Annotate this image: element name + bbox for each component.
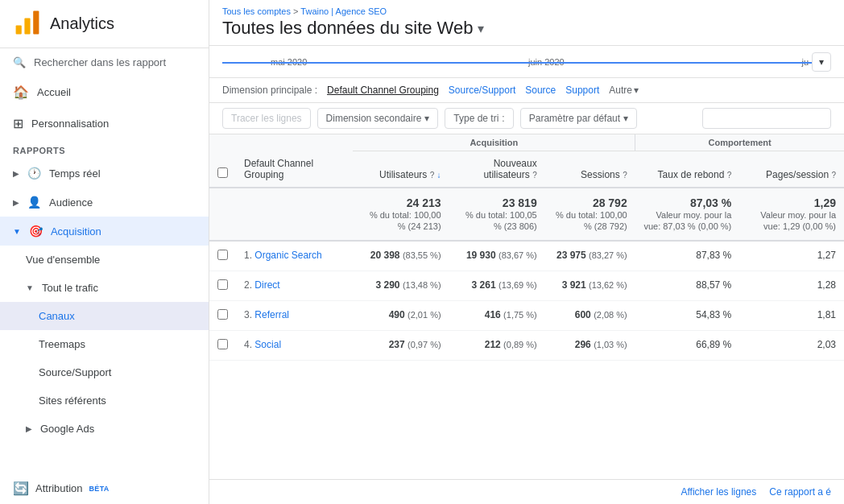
parametre-arrow: ▾ <box>623 113 628 124</box>
dimension-link-source[interactable]: Source <box>525 85 556 96</box>
sidebar-item-source-support[interactable]: Source/Support <box>0 358 209 386</box>
row4-sessions: 296 (1,03 %) <box>545 331 635 361</box>
sidebar-item-sites-referents[interactable]: Sites référents <box>0 386 209 415</box>
help-icon-nouveaux: ? <box>532 171 537 180</box>
date-dropdown-button[interactable]: ▾ <box>812 52 831 72</box>
svg-rect-1 <box>24 19 30 35</box>
vue-densemble-label: Vue d'ensemble <box>26 254 100 266</box>
rapport-info-link[interactable]: Ce rapport a é <box>769 486 831 498</box>
tracer-lignes-button[interactable]: Tracer les lignes <box>222 108 311 129</box>
sidebar-item-accueil[interactable]: 🏠 Accueil <box>0 76 209 108</box>
table-search-input[interactable] <box>702 108 831 129</box>
canaux-label: Canaux <box>39 310 75 322</box>
data-table-container: Default Channel Grouping Acquisition Com… <box>209 134 844 479</box>
autre-arrow-icon: ▾ <box>634 85 639 96</box>
help-icon-sessions: ? <box>623 171 627 180</box>
grid-icon: ⊞ <box>13 116 23 131</box>
arrow-right-icon3: ▶ <box>26 424 32 433</box>
th-channel: Default Channel Grouping <box>236 134 353 188</box>
search-icon: 🔍 <box>13 56 26 68</box>
audience-label: Audience <box>49 196 93 209</box>
row2-pages-session: 1,28 <box>739 271 844 301</box>
row2-sessions: 3 921 (13,62 %) <box>545 271 635 301</box>
svg-rect-2 <box>33 11 39 35</box>
attribution-label: Attribution <box>35 482 83 494</box>
row3-checkbox[interactable] <box>217 309 228 320</box>
row1-pages-session: 1,27 <box>739 241 844 271</box>
parametre-label: Paramètre par défaut <box>529 113 620 124</box>
table-row: 4. Social 237 (0,97 %) 212 (0,89 %) 296 … <box>209 331 844 361</box>
temps-reel-label: Temps réel <box>49 167 101 180</box>
top-bar: Tous les comptes > Twaino | Agence SEO T… <box>209 0 844 46</box>
date-bar: mai 2020 juin 2020 ju ▾ <box>209 46 844 78</box>
sidebar-item-audience[interactable]: ▶ 👤 Audience <box>0 188 209 217</box>
analytics-logo-icon <box>13 8 42 39</box>
type-tri-label: Type de tri <box>453 113 499 124</box>
sidebar-item-temps-reel[interactable]: ▶ 🕐 Temps réel <box>0 159 209 188</box>
sidebar-item-google-ads[interactable]: ▶ Google Ads <box>0 415 209 443</box>
search-bar[interactable]: 🔍 Rechercher dans les rapport <box>0 48 209 76</box>
sidebar-item-treemaps[interactable]: Treemaps <box>0 330 209 358</box>
sort-icon-utilisateurs[interactable]: ↓ <box>437 171 441 180</box>
row1-sessions: 23 975 (83,27 %) <box>545 241 635 271</box>
attribution-cycle-icon: 🔄 <box>13 481 29 496</box>
beta-badge: BÉTA <box>89 485 110 493</box>
source-support-label: Source/Support <box>39 366 111 378</box>
sidebar-item-tout-le-trafic[interactable]: ▼ Tout le trafic <box>0 274 209 302</box>
afficher-lignes-link[interactable]: Afficher les lignes <box>681 486 756 498</box>
arrow-right-icon: ▶ <box>13 169 19 178</box>
app-title: Analytics <box>50 14 114 33</box>
row4-nouveaux: 212 (0,89 %) <box>449 331 545 361</box>
autre-label: Autre <box>609 85 632 96</box>
page-title-text: Toutes les données du site Web <box>222 18 473 39</box>
th-sessions: Sessions ? <box>545 151 635 188</box>
help-icon-taux: ? <box>727 171 732 180</box>
dimension-link-source-support[interactable]: Source/Support <box>449 85 515 96</box>
th-checkbox <box>209 134 236 188</box>
row3-utilisateurs: 490 (2,01 %) <box>353 301 449 331</box>
row4-taux-rebond: 66,89 % <box>635 331 740 361</box>
help-icon-pages: ? <box>831 171 836 180</box>
row4-pages-session: 2,03 <box>739 331 844 361</box>
controls-bar: Tracer les lignes Dimension secondaire ▾… <box>209 103 844 134</box>
sidebar-item-vue-densemble[interactable]: Vue d'ensemble <box>0 246 209 274</box>
sidebar-item-personnalisation[interactable]: ⊞ Personnalisation <box>0 108 209 139</box>
sidebar-logo: Analytics <box>0 0 209 48</box>
th-nouveaux-utilisateurs: Nouveaux utilisateurs ? <box>449 151 545 188</box>
total-nouveaux: 23 819 % du total: 100,05 % (23 806) <box>449 188 545 241</box>
sidebar: Analytics 🔍 Rechercher dans les rapport … <box>0 0 209 504</box>
th-pages-session: Pages/session ? <box>739 151 844 188</box>
row4-channel: 4. Social <box>236 331 353 361</box>
row1-checkbox[interactable] <box>217 250 228 260</box>
dimension-link-default-channel[interactable]: Default Channel Grouping <box>327 85 439 96</box>
th-taux-rebond: Taux de rebond ? <box>635 151 740 188</box>
row2-utilisateurs: 3 290 (13,48 %) <box>353 271 449 301</box>
arrow-right-icon2: ▶ <box>13 198 19 207</box>
row2-channel: 2. Direct <box>236 271 353 301</box>
personnalisation-label: Personnalisation <box>31 118 109 130</box>
row2-checkbox[interactable] <box>217 279 228 290</box>
dimension-autre-dropdown[interactable]: Autre ▾ <box>609 85 639 96</box>
dimension-principale-label: Dimension principale : <box>222 85 317 96</box>
row4-checkbox[interactable] <box>217 339 228 349</box>
sidebar-item-attribution[interactable]: 🔄 Attribution BÉTA <box>0 473 209 504</box>
totals-row: 24 213 % du total: 100,00 % (24 213) 23 … <box>209 188 844 241</box>
type-tri-button[interactable]: Type de tri : <box>445 108 513 129</box>
arrow-down-icon2: ▼ <box>26 283 34 292</box>
dimension-secondaire-button[interactable]: Dimension secondaire ▾ <box>317 108 439 129</box>
dimension-link-support[interactable]: Support <box>565 85 599 96</box>
parametre-par-defaut-button[interactable]: Paramètre par défaut ▾ <box>520 108 637 129</box>
page-title-dropdown-icon[interactable]: ▾ <box>478 21 484 36</box>
date-dropdown-arrow: ▾ <box>819 56 824 68</box>
breadcrumb-account[interactable]: Twaino | Agence SEO <box>300 6 387 16</box>
sidebar-item-acquisition[interactable]: ▼ 🎯 Acquisition <box>0 217 209 246</box>
search-label: Rechercher dans les rapport <box>34 56 166 68</box>
acquisition-label: Acquisition <box>51 225 101 238</box>
date-timeline-line <box>222 62 812 64</box>
person-icon: 👤 <box>27 196 41 209</box>
select-all-checkbox[interactable] <box>217 167 228 178</box>
breadcrumb-home[interactable]: Tous les comptes <box>222 6 291 16</box>
sidebar-item-canaux[interactable]: Canaux <box>0 302 209 330</box>
data-table: Default Channel Grouping Acquisition Com… <box>209 134 844 361</box>
total-utilisateurs: 24 213 % du total: 100,00 % (24 213) <box>353 188 449 241</box>
